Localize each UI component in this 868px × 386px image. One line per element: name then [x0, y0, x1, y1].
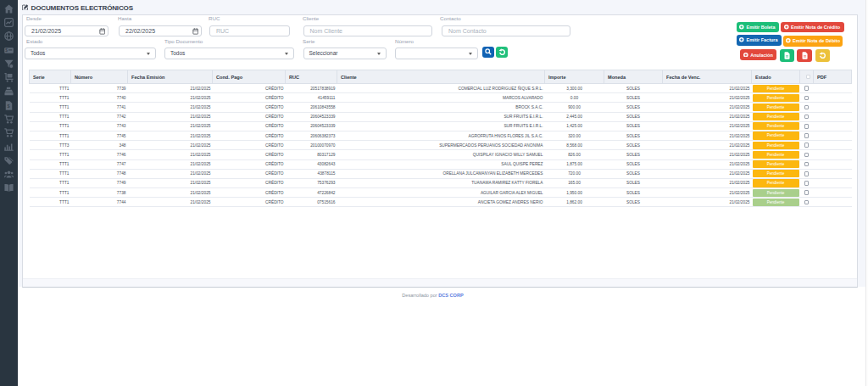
svg-text:$: $: [8, 103, 10, 109]
svg-text:$: $: [5, 48, 8, 53]
